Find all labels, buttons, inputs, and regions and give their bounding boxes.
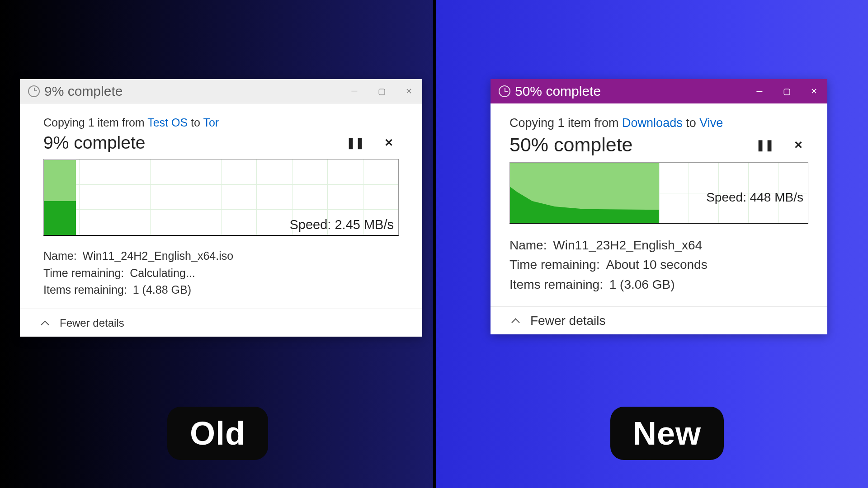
progress-dark: [44, 201, 76, 235]
source-link[interactable]: Downloads: [622, 116, 683, 130]
destination-link[interactable]: Tor: [203, 116, 219, 129]
action-buttons: ❚❚ ✕: [756, 139, 803, 151]
speed-label: Speed: 2.45 MB/s: [289, 217, 394, 232]
minimize-button[interactable]: ─: [746, 79, 773, 103]
vertical-divider: [433, 0, 436, 488]
cancel-button[interactable]: ✕: [384, 136, 393, 149]
details-block: Name: Win11_24H2_English_x64.iso Time re…: [43, 248, 399, 299]
complete-text: 50% complete: [509, 134, 633, 156]
detail-time: Time remaining: Calculating...: [43, 265, 399, 282]
maximize-button[interactable]: ▢: [368, 79, 395, 103]
detail-time: Time remaining: About 10 seconds: [509, 255, 808, 274]
titlebar[interactable]: 50% complete ─ ▢ ✕: [491, 79, 827, 103]
dialog-body: Copying 1 item from Downloads to Vive 50…: [491, 103, 827, 294]
copying-description: Copying 1 item from Downloads to Vive: [509, 116, 808, 130]
minimize-button[interactable]: ─: [341, 79, 368, 103]
transfer-chart[interactable]: Speed: 448 MB/s: [509, 162, 808, 224]
detail-items: Items remaining: 1 (3.06 GB): [509, 275, 808, 294]
copying-mid: to: [683, 116, 700, 130]
copying-description: Copying 1 item from Test OS to Tor: [43, 116, 399, 129]
titlebar-text: 9% complete: [44, 84, 123, 99]
clock-icon: [499, 85, 510, 97]
speed-label: Speed: 448 MB/s: [706, 190, 803, 205]
dialog-body: Copying 1 item from Test OS to Tor 9% co…: [20, 103, 422, 299]
copy-dialog-old: 9% complete ─ ▢ ✕ Copying 1 item from Te…: [20, 79, 422, 337]
fewer-details-toggle[interactable]: Fewer details: [60, 317, 124, 329]
copying-prefix: Copying 1 item from: [43, 116, 147, 129]
detail-name: Name: Win11_23H2_English_x64: [509, 235, 808, 255]
detail-name: Name: Win11_24H2_English_x64.iso: [43, 248, 399, 265]
footer: Fewer details: [491, 306, 827, 334]
copy-dialog-new: 50% complete ─ ▢ ✕ Copying 1 item from D…: [491, 79, 827, 334]
complete-text: 9% complete: [43, 133, 145, 153]
caption-new: New: [610, 407, 724, 460]
close-button[interactable]: ✕: [800, 79, 827, 103]
close-button[interactable]: ✕: [395, 79, 422, 103]
details-block: Name: Win11_23H2_English_x64 Time remain…: [509, 235, 808, 294]
cancel-button[interactable]: ✕: [794, 139, 803, 151]
action-buttons: ❚❚ ✕: [346, 136, 393, 149]
clock-icon: [28, 85, 40, 97]
transfer-chart[interactable]: Speed: 2.45 MB/s: [43, 159, 399, 236]
chevron-up-icon[interactable]: [41, 319, 50, 328]
copying-prefix: Copying 1 item from: [509, 116, 622, 130]
window-controls: ─ ▢ ✕: [746, 79, 827, 103]
source-link[interactable]: Test OS: [147, 116, 188, 129]
pause-button[interactable]: ❚❚: [756, 139, 774, 151]
destination-link[interactable]: Vive: [699, 116, 723, 130]
titlebar-text: 50% complete: [515, 84, 601, 99]
caption-old: Old: [167, 407, 268, 460]
complete-row: 50% complete ❚❚ ✕: [509, 134, 808, 156]
detail-items: Items remaining: 1 (4.88 GB): [43, 282, 399, 299]
chevron-up-icon[interactable]: [511, 316, 520, 325]
fewer-details-toggle[interactable]: Fewer details: [530, 314, 606, 328]
pause-button[interactable]: ❚❚: [346, 136, 364, 149]
maximize-button[interactable]: ▢: [773, 79, 800, 103]
copying-mid: to: [188, 116, 203, 129]
titlebar[interactable]: 9% complete ─ ▢ ✕: [20, 79, 422, 103]
window-controls: ─ ▢ ✕: [341, 79, 422, 103]
footer: Fewer details: [20, 309, 422, 337]
complete-row: 9% complete ❚❚ ✕: [43, 133, 399, 153]
